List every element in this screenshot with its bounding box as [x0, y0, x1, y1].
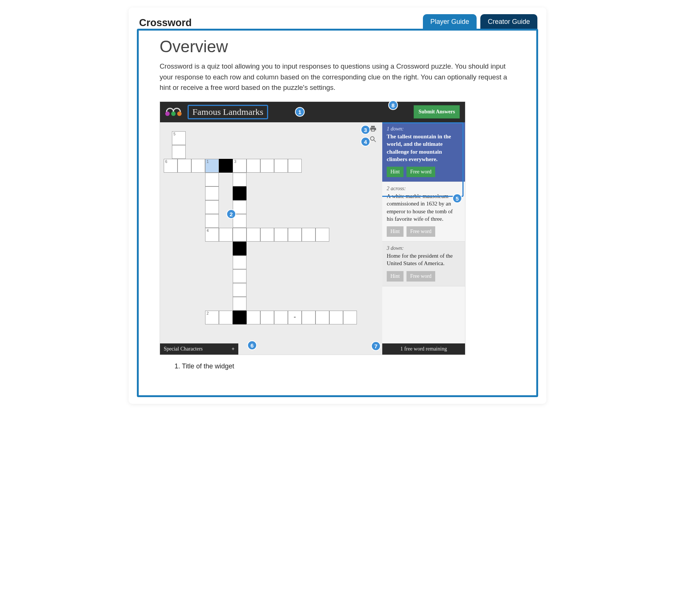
doc-card: Crossword Player Guide Creator Guide Ove… — [129, 7, 546, 404]
cell-black — [233, 311, 247, 324]
cell[interactable] — [247, 228, 260, 242]
hint-button[interactable]: Hint — [387, 226, 404, 237]
clue-direction: 3 down: — [387, 245, 461, 251]
widget-screenshot: Famous Landmarks Submit Answers 1 8 3 4 … — [160, 101, 465, 355]
guide-tabs: Player Guide Creator Guide — [423, 14, 537, 29]
annotation-badge-6: 6 — [247, 340, 257, 350]
hint-button[interactable]: Hint — [387, 167, 404, 177]
cell[interactable] — [233, 255, 247, 269]
annotation-badge-5: 5 — [452, 194, 462, 203]
clue-card[interactable]: 3 down: Home for the president of the Un… — [382, 242, 465, 286]
cell[interactable] — [274, 159, 288, 173]
cell[interactable] — [315, 311, 329, 324]
annotation-badge-8: 8 — [388, 100, 398, 110]
cell[interactable] — [205, 173, 219, 186]
clue-text: A white marble mausoleum commissioned in… — [387, 192, 461, 223]
cell[interactable] — [343, 311, 357, 324]
cell[interactable]: 1 — [205, 159, 219, 173]
cell[interactable] — [315, 228, 329, 242]
annotation-badge-4: 4 — [361, 137, 370, 147]
clue-direction: 1 down: — [387, 126, 461, 132]
cell[interactable] — [247, 159, 260, 173]
plus-icon: + — [232, 346, 235, 352]
clue-text: The tallest mountain in the world, and t… — [387, 133, 461, 163]
cell[interactable] — [233, 297, 247, 311]
special-characters-bar[interactable]: Special Characters + — [160, 343, 238, 355]
cell[interactable] — [302, 228, 315, 242]
cell[interactable] — [288, 311, 302, 324]
cell[interactable] — [233, 269, 247, 283]
submit-answers-button[interactable]: Submit Answers — [414, 105, 460, 119]
cell[interactable]: 2 — [205, 311, 219, 324]
widget-title: Famous Landmarks — [192, 107, 263, 117]
free-word-button[interactable]: Free word — [406, 167, 435, 177]
cell[interactable]: 5 — [172, 131, 186, 145]
cell[interactable] — [329, 311, 343, 324]
cell[interactable] — [288, 228, 302, 242]
tab-player-guide[interactable]: Player Guide — [423, 14, 477, 29]
cell[interactable] — [205, 214, 219, 228]
widget-title-box: Famous Landmarks — [188, 105, 268, 119]
special-characters-label: Special Characters — [164, 346, 203, 352]
cell[interactable] — [274, 228, 288, 242]
clue-direction: 2 across: — [387, 186, 461, 192]
overview-heading: Overview — [160, 37, 515, 56]
clue-card-active[interactable]: 1 down: The tallest mountain in the worl… — [382, 122, 465, 182]
tab-creator-guide[interactable]: Creator Guide — [480, 14, 537, 29]
materia-logo-icon — [164, 107, 184, 117]
cell[interactable] — [219, 228, 233, 242]
annotation-badge-2: 2 — [226, 209, 236, 219]
free-word-button[interactable]: Free word — [406, 226, 435, 237]
cell[interactable]: 6 — [164, 159, 178, 173]
annotation-badge-1: 1 — [295, 107, 305, 117]
cell[interactable] — [233, 283, 247, 297]
annotation-badge-7: 7 — [371, 341, 381, 351]
clue-card[interactable]: 2 across: A white marble mausoleum commi… — [382, 182, 465, 242]
cell[interactable] — [274, 311, 288, 324]
cell[interactable] — [191, 159, 205, 173]
free-word-button[interactable]: Free word — [406, 271, 435, 282]
cell[interactable] — [219, 311, 233, 324]
overview-text: Crossword is a quiz tool allowing you to… — [160, 61, 515, 93]
widget-header: Famous Landmarks Submit Answers — [160, 102, 465, 122]
cell[interactable] — [178, 159, 191, 173]
free-word-remaining-label: 1 free word remaining — [401, 346, 447, 352]
clue-panel[interactable]: 1 down: The tallest mountain in the worl… — [382, 122, 465, 343]
free-word-remaining-bar: 1 free word remaining — [382, 343, 465, 355]
card-header: Crossword Player Guide Creator Guide — [129, 7, 546, 29]
crossword-grid[interactable]: 5 6 1 3 — [160, 122, 379, 343]
cell-black — [219, 159, 233, 173]
annotation-badge-3: 3 — [361, 125, 370, 135]
cell[interactable] — [172, 145, 186, 159]
cell[interactable] — [302, 311, 315, 324]
cell[interactable] — [260, 311, 274, 324]
cell[interactable] — [205, 186, 219, 200]
hint-button[interactable]: Hint — [387, 271, 404, 282]
cell[interactable] — [260, 159, 274, 173]
cell[interactable] — [233, 173, 247, 186]
cell[interactable] — [288, 159, 302, 173]
cell[interactable]: 3 — [233, 159, 247, 173]
page-title: Crossword — [139, 17, 192, 29]
cell[interactable] — [233, 228, 247, 242]
cell[interactable]: 4 — [205, 228, 219, 242]
cell-black — [233, 242, 247, 255]
legend-item-1: 1. Title of the widget — [175, 362, 515, 370]
cell[interactable] — [205, 200, 219, 214]
cell-black — [233, 186, 247, 200]
clue-text: Home for the president of the United Sta… — [387, 252, 461, 267]
content-scroll[interactable]: Overview Crossword is a quiz tool allowi… — [139, 31, 536, 395]
content-frame: Overview Crossword is a quiz tool allowi… — [137, 29, 538, 397]
cell[interactable] — [260, 228, 274, 242]
cell[interactable] — [247, 311, 260, 324]
